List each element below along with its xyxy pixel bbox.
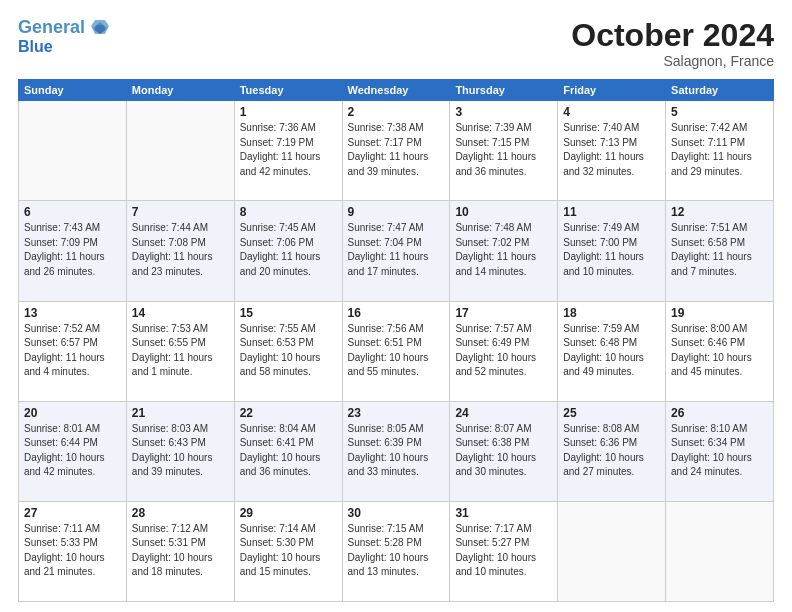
calendar-cell: 1Sunrise: 7:36 AM Sunset: 7:19 PM Daylig… xyxy=(234,101,342,201)
day-number: 19 xyxy=(671,306,768,320)
day-number: 28 xyxy=(132,506,229,520)
logo-subtext: Blue xyxy=(18,38,53,56)
weekday-header: Friday xyxy=(558,80,666,101)
day-info: Sunrise: 7:56 AM Sunset: 6:51 PM Dayligh… xyxy=(348,322,445,380)
day-number: 30 xyxy=(348,506,445,520)
weekday-header: Saturday xyxy=(666,80,774,101)
calendar-week-row: 1Sunrise: 7:36 AM Sunset: 7:19 PM Daylig… xyxy=(19,101,774,201)
calendar-week-row: 20Sunrise: 8:01 AM Sunset: 6:44 PM Dayli… xyxy=(19,401,774,501)
day-number: 2 xyxy=(348,105,445,119)
calendar-cell: 28Sunrise: 7:12 AM Sunset: 5:31 PM Dayli… xyxy=(126,501,234,601)
day-number: 11 xyxy=(563,205,660,219)
calendar-week-row: 13Sunrise: 7:52 AM Sunset: 6:57 PM Dayli… xyxy=(19,301,774,401)
calendar-cell: 20Sunrise: 8:01 AM Sunset: 6:44 PM Dayli… xyxy=(19,401,127,501)
day-info: Sunrise: 7:15 AM Sunset: 5:28 PM Dayligh… xyxy=(348,522,445,580)
day-info: Sunrise: 7:39 AM Sunset: 7:15 PM Dayligh… xyxy=(455,121,552,179)
day-info: Sunrise: 7:12 AM Sunset: 5:31 PM Dayligh… xyxy=(132,522,229,580)
day-info: Sunrise: 7:53 AM Sunset: 6:55 PM Dayligh… xyxy=(132,322,229,380)
title-section: October 2024 Salagnon, France xyxy=(571,18,774,69)
day-info: Sunrise: 7:43 AM Sunset: 7:09 PM Dayligh… xyxy=(24,221,121,279)
day-number: 6 xyxy=(24,205,121,219)
day-number: 8 xyxy=(240,205,337,219)
day-number: 4 xyxy=(563,105,660,119)
day-number: 26 xyxy=(671,406,768,420)
day-info: Sunrise: 7:45 AM Sunset: 7:06 PM Dayligh… xyxy=(240,221,337,279)
day-info: Sunrise: 7:38 AM Sunset: 7:17 PM Dayligh… xyxy=(348,121,445,179)
day-number: 7 xyxy=(132,205,229,219)
day-number: 14 xyxy=(132,306,229,320)
day-info: Sunrise: 7:51 AM Sunset: 6:58 PM Dayligh… xyxy=(671,221,768,279)
weekday-header: Monday xyxy=(126,80,234,101)
calendar-cell: 11Sunrise: 7:49 AM Sunset: 7:00 PM Dayli… xyxy=(558,201,666,301)
calendar-cell: 8Sunrise: 7:45 AM Sunset: 7:06 PM Daylig… xyxy=(234,201,342,301)
day-info: Sunrise: 7:47 AM Sunset: 7:04 PM Dayligh… xyxy=(348,221,445,279)
calendar-cell: 15Sunrise: 7:55 AM Sunset: 6:53 PM Dayli… xyxy=(234,301,342,401)
calendar: SundayMondayTuesdayWednesdayThursdayFrid… xyxy=(18,79,774,602)
day-info: Sunrise: 8:04 AM Sunset: 6:41 PM Dayligh… xyxy=(240,422,337,480)
day-number: 10 xyxy=(455,205,552,219)
day-number: 22 xyxy=(240,406,337,420)
calendar-cell: 27Sunrise: 7:11 AM Sunset: 5:33 PM Dayli… xyxy=(19,501,127,601)
day-info: Sunrise: 8:00 AM Sunset: 6:46 PM Dayligh… xyxy=(671,322,768,380)
location: Salagnon, France xyxy=(571,53,774,69)
day-number: 13 xyxy=(24,306,121,320)
day-number: 31 xyxy=(455,506,552,520)
month-title: October 2024 xyxy=(571,18,774,53)
calendar-cell: 16Sunrise: 7:56 AM Sunset: 6:51 PM Dayli… xyxy=(342,301,450,401)
calendar-cell: 26Sunrise: 8:10 AM Sunset: 6:34 PM Dayli… xyxy=(666,401,774,501)
day-info: Sunrise: 7:55 AM Sunset: 6:53 PM Dayligh… xyxy=(240,322,337,380)
day-info: Sunrise: 8:08 AM Sunset: 6:36 PM Dayligh… xyxy=(563,422,660,480)
calendar-cell: 2Sunrise: 7:38 AM Sunset: 7:17 PM Daylig… xyxy=(342,101,450,201)
calendar-cell: 14Sunrise: 7:53 AM Sunset: 6:55 PM Dayli… xyxy=(126,301,234,401)
day-info: Sunrise: 8:01 AM Sunset: 6:44 PM Dayligh… xyxy=(24,422,121,480)
logo-icon xyxy=(91,20,109,36)
calendar-cell xyxy=(558,501,666,601)
day-info: Sunrise: 7:40 AM Sunset: 7:13 PM Dayligh… xyxy=(563,121,660,179)
day-number: 3 xyxy=(455,105,552,119)
day-info: Sunrise: 8:07 AM Sunset: 6:38 PM Dayligh… xyxy=(455,422,552,480)
calendar-week-row: 6Sunrise: 7:43 AM Sunset: 7:09 PM Daylig… xyxy=(19,201,774,301)
weekday-header: Sunday xyxy=(19,80,127,101)
day-number: 17 xyxy=(455,306,552,320)
day-info: Sunrise: 7:49 AM Sunset: 7:00 PM Dayligh… xyxy=(563,221,660,279)
weekday-header: Thursday xyxy=(450,80,558,101)
calendar-cell: 24Sunrise: 8:07 AM Sunset: 6:38 PM Dayli… xyxy=(450,401,558,501)
day-number: 15 xyxy=(240,306,337,320)
day-info: Sunrise: 7:17 AM Sunset: 5:27 PM Dayligh… xyxy=(455,522,552,580)
calendar-cell: 25Sunrise: 8:08 AM Sunset: 6:36 PM Dayli… xyxy=(558,401,666,501)
day-number: 21 xyxy=(132,406,229,420)
calendar-cell: 22Sunrise: 8:04 AM Sunset: 6:41 PM Dayli… xyxy=(234,401,342,501)
day-number: 27 xyxy=(24,506,121,520)
calendar-cell: 3Sunrise: 7:39 AM Sunset: 7:15 PM Daylig… xyxy=(450,101,558,201)
logo-text: General xyxy=(18,18,109,38)
calendar-cell: 10Sunrise: 7:48 AM Sunset: 7:02 PM Dayli… xyxy=(450,201,558,301)
calendar-cell: 4Sunrise: 7:40 AM Sunset: 7:13 PM Daylig… xyxy=(558,101,666,201)
day-number: 5 xyxy=(671,105,768,119)
day-info: Sunrise: 7:48 AM Sunset: 7:02 PM Dayligh… xyxy=(455,221,552,279)
day-info: Sunrise: 8:03 AM Sunset: 6:43 PM Dayligh… xyxy=(132,422,229,480)
logo: General Blue xyxy=(18,18,109,55)
calendar-cell: 19Sunrise: 8:00 AM Sunset: 6:46 PM Dayli… xyxy=(666,301,774,401)
calendar-cell: 5Sunrise: 7:42 AM Sunset: 7:11 PM Daylig… xyxy=(666,101,774,201)
calendar-cell xyxy=(126,101,234,201)
day-info: Sunrise: 7:42 AM Sunset: 7:11 PM Dayligh… xyxy=(671,121,768,179)
calendar-week-row: 27Sunrise: 7:11 AM Sunset: 5:33 PM Dayli… xyxy=(19,501,774,601)
calendar-cell: 17Sunrise: 7:57 AM Sunset: 6:49 PM Dayli… xyxy=(450,301,558,401)
day-number: 29 xyxy=(240,506,337,520)
day-info: Sunrise: 7:36 AM Sunset: 7:19 PM Dayligh… xyxy=(240,121,337,179)
calendar-cell: 23Sunrise: 8:05 AM Sunset: 6:39 PM Dayli… xyxy=(342,401,450,501)
calendar-cell: 18Sunrise: 7:59 AM Sunset: 6:48 PM Dayli… xyxy=(558,301,666,401)
header: General Blue October 2024 Salagnon, Fran… xyxy=(18,18,774,69)
calendar-cell: 30Sunrise: 7:15 AM Sunset: 5:28 PM Dayli… xyxy=(342,501,450,601)
day-info: Sunrise: 7:52 AM Sunset: 6:57 PM Dayligh… xyxy=(24,322,121,380)
day-info: Sunrise: 7:11 AM Sunset: 5:33 PM Dayligh… xyxy=(24,522,121,580)
day-info: Sunrise: 8:10 AM Sunset: 6:34 PM Dayligh… xyxy=(671,422,768,480)
page: General Blue October 2024 Salagnon, Fran… xyxy=(0,0,792,612)
day-number: 24 xyxy=(455,406,552,420)
calendar-cell: 9Sunrise: 7:47 AM Sunset: 7:04 PM Daylig… xyxy=(342,201,450,301)
calendar-header-row: SundayMondayTuesdayWednesdayThursdayFrid… xyxy=(19,80,774,101)
calendar-cell xyxy=(666,501,774,601)
calendar-cell: 29Sunrise: 7:14 AM Sunset: 5:30 PM Dayli… xyxy=(234,501,342,601)
day-number: 16 xyxy=(348,306,445,320)
day-number: 9 xyxy=(348,205,445,219)
